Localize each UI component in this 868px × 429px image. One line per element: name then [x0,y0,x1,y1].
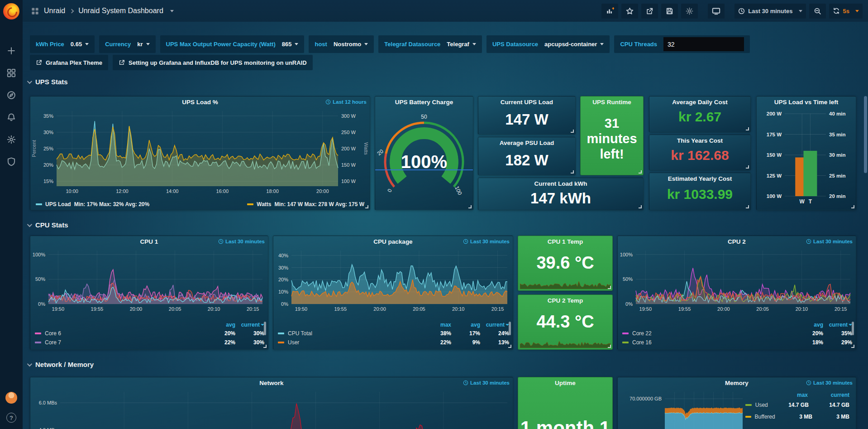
var-ups-datasource[interactable]: UPS Datasourceapcupsd-container [486,35,610,53]
panel-time-range[interactable]: Last 30 minutes [806,239,853,244]
save-button[interactable] [661,4,678,19]
panel-this-years-cost[interactable]: This Years Cost kr 162.68 [649,135,751,170]
var-currency[interactable]: Currencykr [99,35,155,53]
panel-title[interactable]: Uptime [518,380,612,386]
dashboard-settings-button[interactable] [681,4,698,19]
panel-ups-runtime[interactable]: UPS Runtime 31 minutes left! [580,96,644,175]
refresh-interval-label[interactable]: 5s [843,8,849,14]
panel-title[interactable]: UPS Load vs Time left [757,99,856,106]
create-plus-icon[interactable] [6,46,16,56]
sort-column[interactable]: current [235,322,264,328]
resize-handle[interactable] [468,205,472,208]
panel-current-load-kwh[interactable]: Current Load kWh 147 kWh [478,178,644,210]
panel-title[interactable]: CPU 1 Temp [518,238,612,245]
var-telegraf-datasource[interactable]: Telegraf DatasourceTelegraf [378,35,482,53]
grafana-logo-icon[interactable] [3,3,19,19]
dashboards-icon[interactable] [6,68,16,78]
legend-row[interactable]: Core 722%30% [35,338,264,347]
panel-average-daily-cost[interactable]: Average Daily Cost kr 2.67 [649,96,751,132]
add-panel-button[interactable] [601,4,618,19]
legend-row[interactable]: Core 1618%29% [622,338,852,347]
var-ups-max-output[interactable]: UPS Max Output Power Capacity (Watt)865 [160,35,305,53]
panel-time-range[interactable]: Last 30 minutes [463,239,510,244]
resize-handle[interactable] [571,170,574,174]
legend-row[interactable]: Buffered3 MB3 MB [745,411,849,423]
zoom-out-button[interactable] [809,4,826,19]
panel-title[interactable]: CPU 2 Temp [518,297,612,304]
panel-time-range[interactable]: Last 30 minutes [806,380,853,386]
panel-cpu1-temp[interactable]: CPU 1 Temp 39.6 °C [518,236,613,291]
sort-column[interactable]: current [480,322,509,328]
legend-item[interactable]: WattsMin: 147 W Max: 278 W Avg: 175 W [247,201,364,207]
resize-handle[interactable] [608,345,611,348]
help-icon[interactable]: ? [6,413,16,423]
cpu-package-chart[interactable]: 0%10%20%30%40%19:5019:5520:0020:0520:102… [273,248,513,314]
panel-title[interactable]: UPS Load % [30,99,370,106]
explore-compass-icon[interactable] [6,90,16,100]
star-button[interactable] [621,4,638,19]
panel-time-range[interactable]: Last 30 minutes [463,380,510,386]
panel-time-range[interactable]: Last 30 minutes [218,239,265,244]
panel-cpu2-temp[interactable]: CPU 2 Temp 44.3 °C [518,294,613,350]
sort-column[interactable]: current [823,322,852,328]
panel-title[interactable]: UPS Runtime [581,99,643,106]
ups-load-chart[interactable]: 15%100 W20%150 W25%200 W30%250 W35%300 W… [30,108,370,196]
resize-handle[interactable] [851,345,854,348]
resize-handle[interactable] [639,170,642,174]
resize-handle[interactable] [263,345,267,348]
cycle-view-tv-button[interactable] [708,4,725,19]
resize-handle[interactable] [746,205,749,208]
panel-current-ups-load[interactable]: Current UPS Load 147 W [478,96,576,135]
user-avatar[interactable] [5,392,17,404]
server-admin-shield-icon[interactable] [6,157,16,167]
legend-row[interactable]: Core 2220%35% [622,329,852,338]
resize-handle[interactable] [746,165,749,169]
legend-scrollbar[interactable] [509,322,511,335]
panel-title[interactable]: Current UPS Load [478,99,575,106]
panel-average-psu-load[interactable]: Average PSU Load 182 W [478,137,576,175]
panel-time-range[interactable]: Last 12 hours [325,99,367,105]
panel-uptime[interactable]: Uptime 1 month 1 [518,377,613,429]
cpu1-chart[interactable]: 0%50%100%19:5019:5520:0020:0520:1020:15 [30,248,268,314]
panel-title[interactable]: Current Load kWh [478,180,643,187]
resize-handle[interactable] [508,345,511,348]
cpu2-chart[interactable]: 0%50%100%19:5019:5520:0020:0520:1020:15 [618,248,856,314]
share-button[interactable] [641,4,658,19]
panel-cpu2[interactable]: CPU 2 Last 30 minutes 0%50%100%19:5019:5… [617,236,856,350]
link-ups-monitoring-guide[interactable]: Setting up Grafana and InfluxDB for UPS … [113,55,313,70]
panel-cpu-package[interactable]: CPU package Last 30 minutes 0%10%20%30%4… [273,236,513,350]
panel-network[interactable]: Network Last 30 minutes 2.0 MBs4.0 MBs6.… [30,377,513,429]
resize-handle[interactable] [639,205,642,208]
resize-handle[interactable] [851,205,854,208]
panel-memory[interactable]: Memory Last 30 minutes 50.000000 GB60.00… [617,377,856,429]
legend-scrollbar[interactable] [264,322,266,335]
scrollbar-thumb[interactable] [864,96,867,173]
panel-ups-load[interactable]: UPS Load % Last 12 hours 15%100 W20%150 … [30,96,370,210]
var-host[interactable]: hostNostromo [309,35,374,53]
var-kwh-price[interactable]: kWh Price0.65 [30,35,95,53]
panel-title[interactable]: This Years Cost [649,137,750,144]
panel-title[interactable]: Average Daily Cost [649,99,750,106]
resize-handle[interactable] [365,205,368,208]
section-network-memory[interactable]: Network / Memory [27,361,94,368]
network-chart[interactable]: 2.0 MBs4.0 MBs6.0 MBs [30,389,513,429]
resize-handle[interactable] [608,286,611,289]
legend-row[interactable]: Used14.7 GB14.7 GB [745,399,849,411]
time-range-picker[interactable]: Last 30 minutes [734,4,806,19]
refresh-button[interactable]: 5s [829,4,863,19]
configuration-gear-icon[interactable] [6,135,16,145]
legend-row[interactable]: User22%9%13% [278,338,509,347]
legend-item[interactable]: UPS LoadMin: 17% Max: 32% Avg: 20% [36,201,149,207]
panel-title[interactable]: Average PSU Load [478,140,575,146]
legend-row[interactable]: Core 620%30% [35,329,264,338]
legend-scrollbar[interactable] [852,322,854,335]
alerting-bell-icon[interactable] [6,112,16,122]
panel-title[interactable]: Network [30,380,513,386]
panel-estimated-yearly-cost[interactable]: Estimated Yearly Cost kr 1033.99 [649,173,751,210]
resize-handle[interactable] [571,130,574,133]
breadcrumb-section[interactable]: Unraid [44,7,65,15]
resize-handle[interactable] [746,127,749,130]
page-scrollbar[interactable] [864,0,867,429]
panel-title[interactable]: Estimated Yearly Cost [649,175,750,182]
section-cpu-stats[interactable]: CPU Stats [27,221,68,229]
